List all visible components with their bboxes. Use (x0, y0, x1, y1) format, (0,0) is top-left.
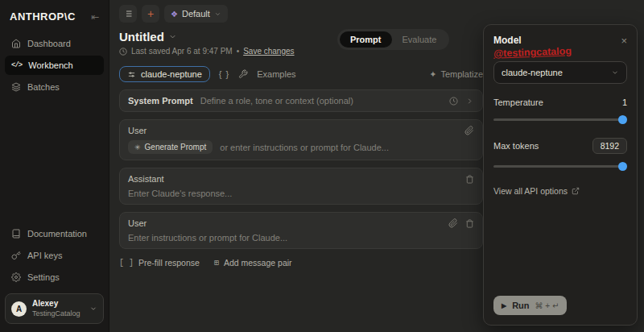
slider-track (493, 118, 627, 121)
chevron-down-icon (168, 32, 177, 41)
avatar: A (11, 301, 27, 317)
message-role-label: Assistant (128, 174, 164, 184)
slider-knob[interactable] (618, 115, 627, 124)
clock-icon (119, 48, 127, 56)
sidebar-item-documentation[interactable]: Documentation (5, 224, 104, 243)
user-name: Alexey (32, 299, 80, 309)
saved-status: Last saved Apr 6 at 9:47 PM (131, 47, 233, 56)
temperature-label: Temperature (493, 98, 543, 107)
sidebar-item-settings[interactable]: Settings (5, 268, 104, 287)
workbench-list-button[interactable] (119, 5, 137, 23)
generate-prompt-button[interactable]: ✳ Generate Prompt (128, 140, 213, 154)
wrench-icon (238, 69, 248, 79)
max-tokens-label: Max tokens (493, 141, 539, 151)
code-icon: </> (11, 61, 22, 69)
list-icon (123, 9, 133, 19)
user-org: TestingCatalog (32, 309, 80, 318)
add-message-pair-button[interactable]: ⊞ Add message pair (214, 258, 292, 268)
sidebar-collapse-icon[interactable]: ⇤ (91, 12, 99, 22)
workspace-icon: ❖ (171, 10, 178, 19)
user-message-block[interactable]: User Enter instructions or prompt for Cl… (119, 212, 483, 249)
chevron-down-icon (611, 68, 619, 77)
plus-icon: + (147, 7, 154, 20)
brackets-icon: [ ] (119, 259, 134, 268)
user-message-placeholder: or enter instructions or prompt for Clau… (220, 143, 389, 152)
page-title: Untitled (119, 30, 164, 44)
model-chip[interactable]: claude-neptune (119, 66, 210, 82)
model-select[interactable]: claude-neptune (493, 61, 627, 84)
bullet: • (237, 47, 240, 56)
tab-prompt[interactable]: Prompt (340, 31, 392, 48)
examples-button[interactable]: Examples (257, 69, 295, 79)
book-icon (11, 229, 21, 239)
slider-track (493, 165, 627, 168)
system-prompt-placeholder: Define a role, tone or context (optional… (200, 96, 353, 106)
tools-button[interactable] (238, 69, 248, 79)
model-select-value: claude-neptune (502, 68, 563, 77)
sliders-icon (127, 70, 136, 79)
slider-knob[interactable] (618, 162, 627, 171)
external-link-icon (572, 187, 580, 195)
run-button[interactable]: ▶ Run ⌘ + ↵ (493, 296, 567, 315)
user-menu[interactable]: A Alexey TestingCatalog (5, 293, 104, 324)
assistant-message-block[interactable]: Assistant Enter Claude's response... (119, 168, 483, 205)
message-role-label: User (128, 126, 147, 135)
new-prompt-button[interactable]: + (142, 5, 159, 23)
message-role-label: User (128, 218, 147, 228)
workspace-selector[interactable]: ❖ Default (164, 5, 228, 23)
trash-icon[interactable] (465, 175, 474, 184)
save-changes-link[interactable]: Save changes (243, 47, 294, 56)
temperature-value: 1 (622, 98, 627, 107)
close-icon[interactable]: × (621, 35, 627, 46)
sidebar-item-label: Documentation (27, 229, 87, 239)
sidebar-item-label: API keys (27, 251, 62, 260)
chevron-right-icon[interactable] (465, 97, 474, 106)
sidebar-item-label: Batches (27, 82, 60, 92)
max-tokens-slider[interactable] (493, 162, 627, 171)
sidebar-item-dashboard[interactable]: Dashboard (5, 34, 104, 53)
paperclip-icon[interactable] (448, 218, 458, 228)
mode-tabs: Prompt Evaluate (337, 29, 449, 50)
workspace-name: Default (182, 9, 210, 19)
play-icon: ▶ (502, 302, 506, 309)
model-chip-label: claude-neptune (141, 69, 202, 79)
sidebar-item-label: Dashboard (27, 39, 71, 48)
anthropic-logo: ANTHROP\C (10, 10, 76, 23)
assistant-message-placeholder: Enter Claude's response... (128, 189, 474, 198)
max-tokens-input[interactable]: 8192 (592, 138, 627, 154)
prefill-response-button[interactable]: [ ] Pre-fill response (119, 258, 200, 268)
trash-icon[interactable] (465, 219, 474, 228)
home-icon (11, 39, 21, 48)
user-message-placeholder: Enter instructions or prompt for Claude.… (128, 233, 474, 243)
system-prompt-block[interactable]: System Prompt Define a role, tone or con… (119, 89, 483, 112)
tab-evaluate[interactable]: Evaluate (392, 31, 448, 48)
panel-title: Model (493, 35, 522, 46)
model-settings-panel: Model × @testingcatalog claude-neptune T… (483, 24, 638, 326)
temperature-slider[interactable] (493, 115, 627, 124)
layers-icon (11, 82, 21, 92)
variables-button[interactable]: { } (219, 69, 229, 79)
watermark-text: @testingcatalog (493, 45, 572, 59)
sidebar-footer: Documentation API keys Settings A Alexey… (0, 224, 109, 332)
key-icon (11, 251, 21, 260)
view-api-options-link[interactable]: View all API options (493, 186, 627, 196)
sparkle-asterisk-icon: ✳ (134, 143, 141, 151)
run-shortcut: ⌘ + ↵ (535, 301, 559, 310)
sidebar-item-batches[interactable]: Batches (5, 77, 104, 97)
user-message-block[interactable]: User ✳ Generate Prompt or enter instruct… (119, 119, 483, 160)
paperclip-icon[interactable] (464, 126, 474, 135)
sidebar-item-label: Settings (27, 272, 60, 282)
add-row-icon: ⊞ (214, 258, 219, 268)
sidebar-nav: Dashboard </> Workbench Batches (0, 34, 109, 99)
templatize-button[interactable]: ✦ Templatize (429, 69, 483, 80)
chevron-down-icon (89, 305, 97, 313)
gear-icon (11, 272, 21, 282)
sidebar-item-label: Workbench (28, 60, 72, 70)
sparkle-icon: ✦ (429, 69, 436, 80)
history-icon[interactable] (449, 97, 458, 106)
sidebar-item-workbench[interactable]: </> Workbench (5, 56, 104, 75)
sidebar: ANTHROP\C ⇤ Dashboard </> Workbench Batc… (0, 0, 109, 332)
chevron-down-icon (214, 10, 221, 18)
sidebar-item-api-keys[interactable]: API keys (5, 246, 104, 265)
system-prompt-label: System Prompt (128, 96, 193, 106)
